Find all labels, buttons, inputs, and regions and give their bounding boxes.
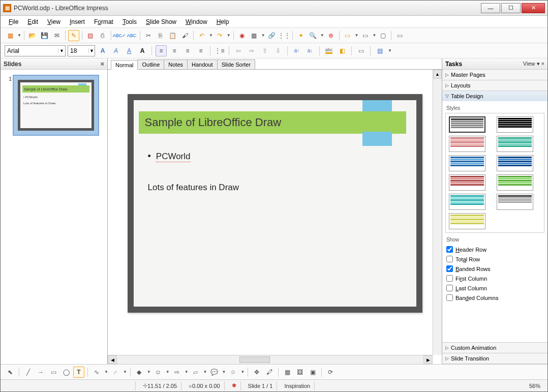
tab-notes[interactable]: Notes [164, 59, 188, 69]
char-dialog-button[interactable]: ▭ [355, 45, 367, 56]
undo-button[interactable]: ↶ [196, 30, 207, 41]
promote-button[interactable]: ⇦ [233, 45, 244, 56]
slide-title[interactable]: Sample of LibreOffice Draw [139, 111, 406, 134]
scroll-right-icon[interactable]: ▶ [423, 355, 433, 364]
chk-header-row[interactable]: Header Row [445, 245, 544, 254]
canvas-area[interactable]: Sample of LibreOffice Draw PCWorld Lots … [108, 70, 442, 364]
cut-button[interactable]: ✂ [143, 30, 154, 41]
minimize-button[interactable]: — [481, 3, 500, 13]
star-tool[interactable]: ☆ [227, 367, 238, 378]
help-button[interactable]: ⊕ [325, 30, 337, 41]
dropdown-arrow-icon[interactable]: ▼ [355, 33, 359, 38]
auto-spellcheck-button[interactable]: ABC [126, 30, 137, 41]
italic-button[interactable]: A [110, 45, 121, 56]
spellcheck-button[interactable]: ABC✓ [114, 30, 125, 41]
status-zoom[interactable]: 56% [525, 381, 544, 390]
dropdown-arrow-icon[interactable]: ▼ [147, 370, 151, 374]
tasks-view-menu[interactable]: View ▾ × [523, 61, 544, 67]
section-master-pages[interactable]: ▷Master Pages [442, 70, 547, 80]
style-swatch-7[interactable] [449, 174, 485, 191]
align-center-button[interactable]: ≡ [169, 45, 180, 56]
dropdown-arrow-icon[interactable]: ▼ [388, 48, 392, 53]
increase-font-button[interactable]: a↑ [291, 45, 302, 56]
font-name-combo[interactable]: ▼ [5, 45, 66, 56]
para-dialog-button[interactable]: ▤ [374, 45, 385, 56]
tab-handout[interactable]: Handout [187, 59, 218, 69]
menu-insert[interactable]: Insert [66, 17, 89, 26]
underline-button[interactable]: A [124, 45, 135, 56]
redo-button[interactable]: ↷ [214, 30, 225, 41]
close-button[interactable]: ✕ [522, 3, 545, 13]
menu-tools[interactable]: Tools [118, 17, 141, 26]
dropdown-arrow-icon[interactable]: ▼ [222, 370, 226, 374]
open-button[interactable]: 📂 [27, 30, 38, 41]
align-right-button[interactable]: ≡ [182, 45, 193, 56]
bullets-button[interactable]: ⋮≡ [214, 45, 225, 56]
dropdown-arrow-icon[interactable]: ▼ [203, 370, 207, 374]
navigator-button[interactable]: ✦ [295, 30, 307, 41]
glue-tool[interactable]: 🖍 [264, 367, 275, 378]
section-table-design[interactable]: ▽Table Design [442, 91, 547, 101]
line-tool[interactable]: ╱ [22, 367, 34, 378]
dropdown-arrow-icon[interactable]: ▼ [209, 33, 213, 38]
dropdown-arrow-icon[interactable]: ▼ [104, 370, 108, 374]
shadow-button[interactable]: A [137, 45, 148, 56]
font-size-combo[interactable]: ▼ [68, 45, 95, 56]
dropdown-arrow-icon[interactable]: ▼ [373, 33, 377, 38]
scroll-thumb[interactable] [239, 356, 270, 363]
fontwork-tool[interactable]: ▦ [282, 367, 293, 378]
gallery-tool[interactable]: ▣ [307, 367, 318, 378]
close-icon[interactable]: × [100, 60, 104, 68]
from-file-tool[interactable]: 🖼 [294, 367, 306, 378]
slide-layout-button[interactable]: ▢ [377, 30, 388, 41]
maximize-button[interactable]: ☐ [501, 3, 521, 13]
font-name-input[interactable] [5, 47, 58, 54]
dropdown-arrow-icon[interactable]: ▼ [320, 33, 324, 38]
section-slide-transition[interactable]: ▷Slide Transition [442, 353, 547, 364]
chk-first-column[interactable]: First Column [445, 274, 544, 283]
slide-thumb-1[interactable]: 1 Sample of LibreOffice Draw • PCWorldLo… [6, 75, 102, 136]
block-arrows-tool[interactable]: ⇨ [171, 367, 182, 378]
menu-format[interactable]: Format [90, 17, 117, 26]
style-swatch-4[interactable] [497, 136, 533, 152]
style-swatch-9[interactable] [449, 194, 485, 210]
grid-button[interactable]: ⋮⋮ [279, 30, 290, 41]
menu-edit[interactable]: Edit [23, 17, 42, 26]
callout-tool[interactable]: 💬 [209, 367, 220, 378]
chart-button[interactable]: ◉ [236, 30, 248, 41]
font-color-button[interactable]: abc [323, 45, 334, 56]
points-tool[interactable]: ✥ [251, 367, 262, 378]
chevron-down-icon[interactable]: ▼ [88, 48, 95, 53]
dropdown-arrow-icon[interactable]: ▼ [123, 370, 127, 374]
align-justify-button[interactable]: ≡ [195, 45, 206, 56]
dropdown-arrow-icon[interactable]: ▼ [166, 370, 170, 374]
chk-total-row[interactable]: Total Row [445, 254, 544, 264]
zoom-button[interactable]: 🔍 [308, 30, 319, 41]
symbol-shapes-tool[interactable]: ☺ [153, 367, 164, 378]
chk-last-column[interactable]: Last Column [445, 283, 544, 293]
curve-tool[interactable]: ∿ [91, 367, 102, 378]
tab-outline[interactable]: Outline [137, 59, 164, 69]
dropdown-arrow-icon[interactable]: ▼ [227, 33, 231, 38]
move-down-button[interactable]: ⇩ [272, 45, 284, 56]
table-button[interactable]: ▦ [249, 30, 260, 41]
dropdown-arrow-icon[interactable]: ▼ [185, 370, 189, 374]
text-tool[interactable]: T [73, 367, 84, 378]
slide-button[interactable]: ▭ [342, 30, 353, 41]
align-left-button[interactable]: ≡ [156, 45, 167, 56]
basic-shapes-tool[interactable]: ◆ [134, 367, 145, 378]
flowchart-tool[interactable]: ▱ [190, 367, 201, 378]
menu-view[interactable]: View [43, 17, 65, 26]
tab-normal[interactable]: Normal [111, 60, 138, 70]
new-doc-button[interactable]: ▦ [5, 30, 16, 41]
arrow-tool[interactable]: → [35, 367, 46, 378]
style-swatch-8[interactable] [497, 174, 533, 191]
dropdown-arrow-icon[interactable]: ▼ [240, 370, 245, 374]
demote-button[interactable]: ⇨ [246, 45, 257, 56]
section-layouts[interactable]: ▷Layouts [442, 80, 547, 91]
edit-mode-button[interactable]: ✎ [68, 30, 79, 41]
tab-slide-sorter[interactable]: Slide Sorter [217, 59, 255, 69]
style-swatch-6[interactable] [497, 155, 533, 171]
menu-window[interactable]: Window [181, 17, 211, 26]
presentation-button[interactable]: ▭ [394, 30, 405, 41]
